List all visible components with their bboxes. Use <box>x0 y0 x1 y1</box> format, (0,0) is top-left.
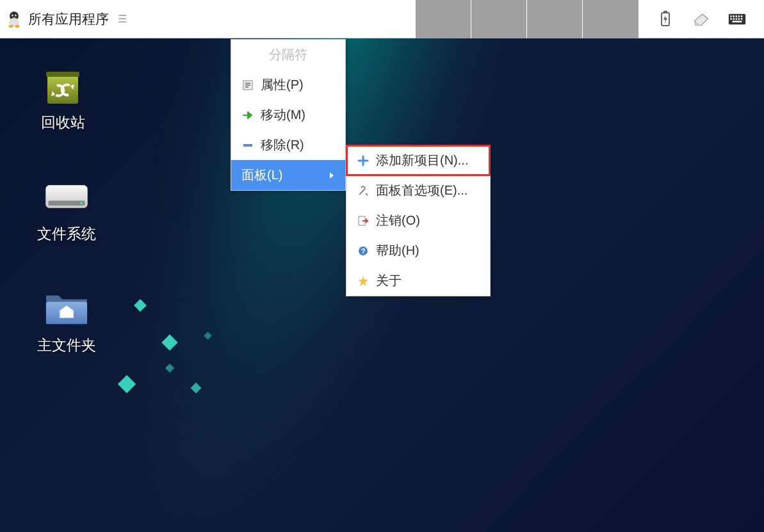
wallpaper-diamond <box>134 299 147 312</box>
help-icon: ? <box>357 245 370 257</box>
drive-icon <box>44 177 90 218</box>
submenu-prefs-label: 面板首选项(E)... <box>376 182 467 199</box>
submenu-item-help[interactable]: ? 帮助(H) <box>346 236 490 266</box>
svg-point-5 <box>9 25 13 28</box>
all-apps-label[interactable]: 所有应用程序 <box>28 10 109 28</box>
panel-submenu: 添加新项目(N)... 面板首选项(E)... 注销(O) ? 帮助(H) 关于 <box>346 145 491 296</box>
svg-point-3 <box>12 14 13 16</box>
star-icon <box>357 275 370 287</box>
submenu-logout-label: 注销(O) <box>376 212 420 229</box>
svg-rect-30 <box>243 144 252 147</box>
tux-logo-icon[interactable] <box>5 10 23 28</box>
submenu-item-add-new[interactable]: 添加新项目(N)... <box>346 145 490 175</box>
menu-item-move[interactable]: 移动(M) <box>231 100 345 130</box>
filesystem-desktop-icon[interactable]: 文件系统 <box>37 177 96 244</box>
tray-block-2[interactable] <box>471 0 527 38</box>
menu-move-label: 移动(M) <box>261 106 305 124</box>
menu-panel-label: 面板(L) <box>241 166 282 184</box>
wallpaper-diamond <box>165 364 174 373</box>
svg-rect-23 <box>46 72 79 77</box>
menu-item-remove[interactable]: 移除(R) <box>231 130 345 160</box>
svg-rect-17 <box>736 18 737 19</box>
menu-item-panel[interactable]: 面板(L) <box>231 160 345 190</box>
home-label: 主文件夹 <box>37 335 96 355</box>
remove-minus-icon <box>241 139 254 152</box>
tools-icon <box>357 184 370 197</box>
svg-point-6 <box>15 25 20 28</box>
menu-separator-header: 分隔符 <box>231 40 345 70</box>
svg-rect-13 <box>738 15 740 17</box>
trash-label: 回收站 <box>41 113 85 133</box>
menu-remove-label: 移除(R) <box>261 136 304 154</box>
svg-rect-14 <box>741 15 742 17</box>
wallpaper-diamond <box>191 383 202 394</box>
svg-rect-16 <box>733 18 734 19</box>
svg-rect-12 <box>736 15 737 17</box>
svg-point-27 <box>80 202 83 204</box>
svg-rect-10 <box>730 15 731 17</box>
home-folder-icon <box>44 288 90 329</box>
tray-window-blocks <box>416 0 638 38</box>
panel-left-group: 所有应用程序 ☰ <box>0 10 127 28</box>
wallpaper-diamond <box>204 332 212 340</box>
top-panel: 所有应用程序 ☰ <box>0 0 764 38</box>
menu-item-properties[interactable]: 属性(P) <box>231 70 345 100</box>
svg-rect-18 <box>738 18 740 19</box>
submenu-help-label: 帮助(H) <box>376 242 419 259</box>
move-arrow-icon <box>241 109 254 122</box>
submenu-about-label: 关于 <box>376 272 402 289</box>
menu-header-label: 分隔符 <box>269 46 307 63</box>
plus-icon <box>357 154 370 167</box>
svg-rect-20 <box>733 20 742 22</box>
panel-right-group <box>638 10 764 28</box>
tray-block-3[interactable] <box>527 0 583 38</box>
svg-rect-15 <box>730 18 731 19</box>
wallpaper-diamond <box>161 334 177 350</box>
submenu-add-label: 添加新项目(N)... <box>376 152 468 169</box>
menu-indicator-icon: ☰ <box>118 13 127 25</box>
battery-icon[interactable] <box>656 10 674 28</box>
svg-rect-8 <box>663 11 667 13</box>
menu-properties-label: 属性(P) <box>261 76 304 93</box>
trash-icon <box>40 65 86 106</box>
keyboard-icon[interactable] <box>728 10 746 28</box>
svg-point-4 <box>15 14 16 16</box>
submenu-arrow-icon <box>329 172 335 179</box>
submenu-item-logout[interactable]: 注销(O) <box>346 206 490 236</box>
eraser-icon[interactable] <box>692 10 710 28</box>
svg-rect-26 <box>48 201 85 206</box>
tray-block-1[interactable] <box>416 0 471 38</box>
svg-rect-11 <box>733 15 734 17</box>
panel-context-menu: 分隔符 属性(P) 移动(M) 移除(R) 面板(L) <box>231 39 346 191</box>
submenu-item-preferences[interactable]: 面板首选项(E)... <box>346 175 490 206</box>
trash-desktop-icon[interactable]: 回收站 <box>40 65 86 133</box>
wallpaper-diamond <box>118 375 136 393</box>
svg-text:?: ? <box>361 247 366 255</box>
svg-rect-19 <box>741 18 742 19</box>
logout-icon <box>357 214 370 227</box>
submenu-item-about[interactable]: 关于 <box>346 266 490 296</box>
properties-icon <box>241 79 254 92</box>
tray-block-4[interactable] <box>583 0 638 38</box>
filesystem-label: 文件系统 <box>37 224 96 244</box>
home-desktop-icon[interactable]: 主文件夹 <box>37 288 96 355</box>
